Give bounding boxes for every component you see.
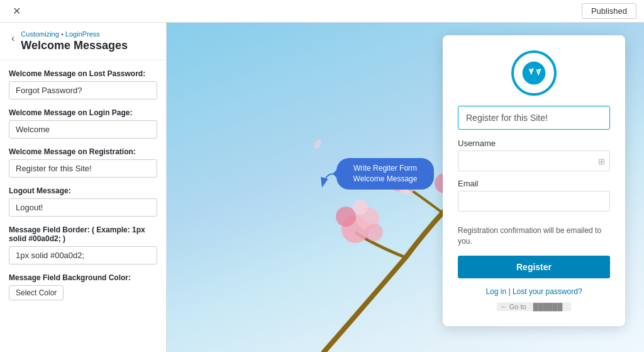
field-lost-password: Welcome Message on Lost Password: (9, 69, 157, 99)
username-field-icon: ⊞ (598, 156, 605, 166)
field-login-page: Welcome Message on Login Page: (9, 108, 157, 139)
wp-logo-circle (511, 50, 557, 96)
input-login-page[interactable] (9, 120, 157, 139)
top-bar: ✕ Published (0, 0, 644, 23)
field-registration: Welcome Message on Registration: (9, 147, 157, 178)
form-links: Log in | Lost your password? (458, 287, 610, 296)
field-label-lost-password: Welcome Message on Lost Password: (9, 69, 157, 78)
username-label: Username (458, 139, 610, 148)
field-label-logout: Logout Message: (9, 186, 157, 195)
input-border[interactable] (9, 246, 157, 264)
svg-point-0 (341, 215, 369, 243)
svg-point-3 (365, 224, 383, 241)
email-label: Email (458, 179, 610, 188)
username-input[interactable] (458, 150, 610, 171)
registration-note: Registration confirmation will be emaile… (458, 225, 610, 247)
sidebar-content: Welcome Message on Lost Password: Welcom… (0, 60, 166, 352)
register-button[interactable]: Register (458, 256, 610, 278)
svg-point-24 (313, 139, 323, 150)
main-area: ‹ Customizing • LoginPress Welcome Messa… (0, 23, 644, 352)
go-to-text: ← Go to ██████ (497, 302, 572, 311)
wp-icon (520, 59, 548, 87)
sidebar: ‹ Customizing • LoginPress Welcome Messa… (0, 23, 167, 352)
wordpress-logo (458, 50, 610, 96)
preview-area: Welcome Message on the Register Form Wri… (167, 23, 644, 352)
username-field-wrapper: ⊞ (458, 150, 610, 171)
svg-point-2 (336, 207, 356, 227)
input-lost-password[interactable] (9, 81, 157, 99)
field-label-registration: Welcome Message on Registration: (9, 147, 157, 156)
sidebar-title: Welcome Messages (21, 39, 128, 52)
field-label-border: Message Field Border: ( Example: 1px sol… (9, 225, 157, 243)
select-color-button[interactable]: Select Color (9, 285, 64, 300)
tooltip-write-text: Write Regiter Form Welcome Message (353, 164, 418, 183)
svg-point-4 (353, 200, 368, 215)
lost-password-link[interactable]: Lost your password? (513, 287, 582, 296)
back-button[interactable]: ‹ (10, 31, 16, 45)
sidebar-header: ‹ Customizing • LoginPress Welcome Messa… (0, 23, 166, 60)
breadcrumb-loginpress[interactable]: LoginPress (65, 30, 100, 38)
close-button[interactable]: ✕ (8, 3, 25, 20)
register-card: Register for this Site! Username ⊞ Email… (443, 35, 625, 326)
login-link[interactable]: Log in (486, 287, 506, 296)
field-bg-color: Message Field Background Color: Select C… (9, 273, 157, 300)
register-title: Register for this Site! (458, 106, 610, 130)
field-logout: Logout Message: (9, 186, 157, 217)
breadcrumb-customizing[interactable]: Customizing (21, 30, 59, 38)
email-input[interactable] (458, 191, 610, 212)
breadcrumb: Customizing • LoginPress (21, 30, 128, 38)
input-registration[interactable] (9, 159, 157, 178)
published-button[interactable]: Published (582, 3, 636, 19)
field-label-login-page: Welcome Message on Login Page: (9, 108, 157, 117)
field-border: Message Field Border: ( Example: 1px sol… (9, 225, 157, 264)
tooltip-write-message: Write Regiter Form Welcome Message (336, 158, 434, 190)
svg-point-1 (357, 207, 379, 230)
field-label-bg-color: Message Field Background Color: (9, 273, 157, 282)
input-logout[interactable] (9, 198, 157, 217)
email-field-wrapper (458, 191, 610, 218)
go-to-site: ← Go to ██████ (458, 302, 610, 311)
